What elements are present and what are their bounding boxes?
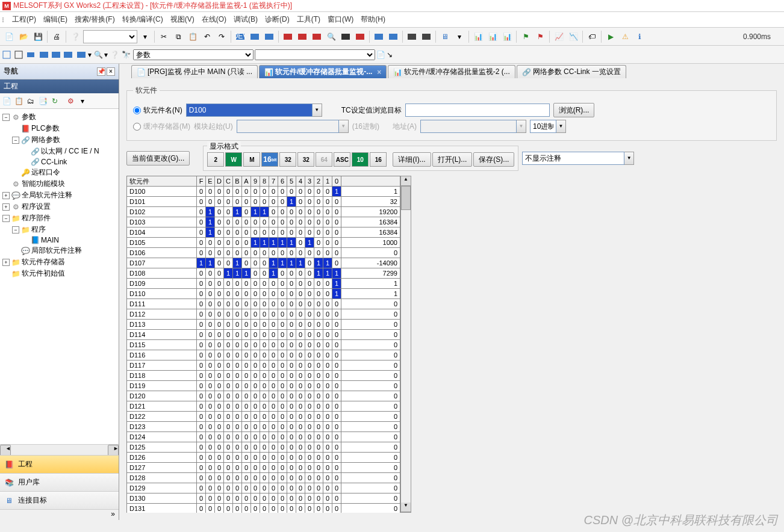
cell-bit[interactable]: 0 — [287, 371, 296, 381]
cell-bit[interactable]: 0 — [242, 248, 251, 258]
cell-bit[interactable]: 0 — [269, 391, 278, 401]
cell-bit[interactable]: 0 — [251, 442, 260, 453]
cell-value[interactable]: 0 — [341, 442, 400, 453]
cell-bit[interactable]: 0 — [242, 473, 251, 483]
cell-bit[interactable]: 0 — [296, 422, 305, 432]
cell-bit[interactable]: 0 — [224, 258, 233, 268]
cell-bit[interactable]: 0 — [242, 309, 251, 320]
cell-bit[interactable]: 0 — [323, 432, 332, 442]
cell-bit[interactable]: 0 — [287, 463, 296, 473]
grid-row[interactable]: D12200000000000000000 — [127, 412, 400, 422]
cell-bit[interactable]: 0 — [206, 463, 215, 473]
save-button[interactable]: 保存(S)... — [473, 152, 514, 167]
cell-bit[interactable]: 0 — [323, 442, 332, 453]
cell-bit[interactable]: 0 — [269, 340, 278, 350]
menu-file[interactable]: 工程(P) — [8, 13, 40, 26]
cell-bit[interactable]: 0 — [242, 371, 251, 381]
cell-bit[interactable]: 0 — [251, 309, 260, 320]
cell-bit[interactable]: 0 — [305, 207, 314, 217]
cell-bit[interactable]: 0 — [314, 320, 323, 330]
dec-input[interactable] — [530, 120, 556, 133]
grid-row[interactable]: D12400000000000000000 — [127, 432, 400, 442]
cell-bit[interactable]: 0 — [206, 320, 215, 330]
cell-bit[interactable]: 0 — [332, 207, 341, 217]
cell-bit[interactable]: 0 — [314, 442, 323, 453]
cell-bit[interactable]: 0 — [314, 432, 323, 442]
cell-bit[interactable]: 0 — [260, 412, 269, 422]
cell-bit[interactable]: 0 — [287, 217, 296, 227]
cell-bit[interactable]: 0 — [296, 453, 305, 463]
cell-bit[interactable]: 0 — [278, 493, 287, 504]
cell-bit[interactable]: 0 — [242, 412, 251, 422]
cell-bit[interactable]: 0 — [251, 350, 260, 360]
new-button[interactable]: 📄 — [2, 30, 16, 43]
nav-hscroll[interactable]: ◄► — [0, 444, 119, 455]
cell-bit[interactable]: 0 — [296, 340, 305, 350]
cell-bit[interactable]: 0 — [296, 289, 305, 299]
cell-device[interactable]: D103 — [127, 217, 197, 227]
cell-bit[interactable]: 1 — [287, 238, 296, 248]
grid-row[interactable]: D13000000000000000000 — [127, 493, 400, 504]
cell-bit[interactable]: 0 — [305, 309, 314, 320]
menu-window[interactable]: 窗口(W) — [324, 13, 357, 26]
cell-bit[interactable]: 0 — [296, 442, 305, 453]
annotation-combo[interactable] — [522, 152, 624, 165]
cell-bit[interactable]: 0 — [233, 330, 242, 340]
grid-row[interactable]: D12800000000000000000 — [127, 473, 400, 483]
cell-bit[interactable]: 0 — [314, 504, 323, 513]
cell-bit[interactable]: 0 — [197, 401, 206, 412]
cell-device[interactable]: D102 — [127, 207, 197, 217]
cell-bit[interactable]: 1 — [233, 258, 242, 268]
cell-bit[interactable]: 0 — [215, 442, 224, 453]
cell-bit[interactable]: 0 — [224, 197, 233, 207]
cell-bit[interactable]: 0 — [332, 504, 341, 513]
cell-bit[interactable]: 0 — [224, 463, 233, 473]
cell-bit[interactable]: 1 — [296, 258, 305, 268]
cell-bit[interactable]: 0 — [197, 309, 206, 320]
cell-bit[interactable]: 0 — [251, 401, 260, 412]
cell-bit[interactable]: 0 — [305, 360, 314, 371]
cell-bit[interactable]: 0 — [215, 483, 224, 493]
cell-bit[interactable]: 1 — [323, 258, 332, 268]
tree-localcmt[interactable]: 💬局部软元件注释 — [2, 245, 116, 256]
pin-icon[interactable]: 📌 — [97, 67, 105, 76]
grid-row[interactable]: D11400000000000000000 — [127, 330, 400, 340]
cell-bit[interactable]: 0 — [332, 248, 341, 258]
cell-bit[interactable]: 0 — [323, 238, 332, 248]
cell-device[interactable]: D105 — [127, 238, 197, 248]
cell-bit[interactable]: 0 — [224, 473, 233, 483]
grid-row[interactable]: D12000000000000000000 — [127, 391, 400, 401]
cell-bit[interactable]: 0 — [197, 217, 206, 227]
cell-bit[interactable]: 0 — [206, 268, 215, 279]
cell-bit[interactable]: 0 — [332, 340, 341, 350]
cell-bit[interactable]: 0 — [287, 350, 296, 360]
cell-bit[interactable]: 1 — [233, 268, 242, 279]
menu-online[interactable]: 在线(O) — [198, 13, 230, 26]
red-btn-4[interactable] — [353, 30, 367, 43]
cell-bit[interactable]: 0 — [197, 483, 206, 493]
cell-value[interactable]: 0 — [341, 391, 400, 401]
cell-bit[interactable]: 0 — [197, 463, 206, 473]
fmt-m-button[interactable]: M — [243, 152, 260, 167]
cell-bit[interactable]: 0 — [251, 197, 260, 207]
cell-bit[interactable]: 0 — [215, 258, 224, 268]
cell-bit[interactable]: 0 — [260, 360, 269, 371]
cell-bit[interactable]: 0 — [296, 268, 305, 279]
cell-bit[interactable]: 0 — [323, 350, 332, 360]
cell-bit[interactable]: 0 — [278, 248, 287, 258]
cell-bit[interactable]: 0 — [197, 299, 206, 309]
cell-device[interactable]: D116 — [127, 350, 197, 360]
cell-bit[interactable]: 0 — [287, 422, 296, 432]
cell-bit[interactable]: 0 — [233, 238, 242, 248]
cell-bit[interactable]: 1 — [314, 268, 323, 279]
cell-bit[interactable]: 0 — [206, 504, 215, 513]
tree-progpart[interactable]: −📁程序部件 — [2, 212, 116, 224]
cell-bit[interactable]: 0 — [233, 493, 242, 504]
cell-bit[interactable]: 0 — [314, 197, 323, 207]
cell-bit[interactable]: 0 — [305, 217, 314, 227]
tab-monitor-1[interactable]: 📊软元件/缓冲存储器批量监视-...× — [259, 65, 387, 78]
cell-bit[interactable]: 0 — [251, 248, 260, 258]
fmt-10-button[interactable]: 10 — [352, 152, 369, 167]
cell-bit[interactable]: 0 — [215, 197, 224, 207]
cell-bit[interactable]: 0 — [269, 412, 278, 422]
